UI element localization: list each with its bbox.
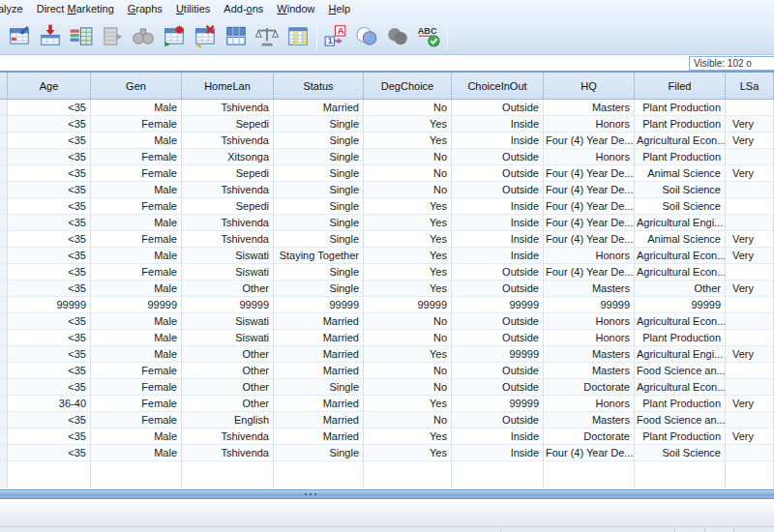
table-cell[interactable]: Female <box>91 198 182 215</box>
table-cell[interactable]: Female <box>91 363 182 379</box>
table-cell[interactable]: Other <box>182 281 274 297</box>
table-cell[interactable]: Male <box>91 330 182 346</box>
table-cell[interactable]: <35 <box>8 379 91 396</box>
table-cell[interactable]: Outside <box>452 100 544 116</box>
table-cell[interactable]: Siswati <box>182 330 274 346</box>
table-cell[interactable]: Very <box>726 116 774 133</box>
table-cell[interactable]: Other <box>182 379 274 396</box>
table-cell[interactable]: Married <box>274 346 364 363</box>
table-cell[interactable] <box>726 100 774 116</box>
table-cell[interactable] <box>726 363 774 379</box>
table-cell[interactable] <box>726 297 774 313</box>
table-cell[interactable]: Female <box>91 149 182 165</box>
table-cell[interactable]: Single <box>274 149 364 165</box>
table-cell[interactable]: Inside <box>452 133 544 149</box>
table-cell[interactable]: Sepedi <box>182 165 274 182</box>
table-cell[interactable] <box>726 182 774 198</box>
table-cell[interactable]: <35 <box>8 182 91 198</box>
table-cell[interactable]: Female <box>91 116 182 133</box>
table-cell[interactable]: Inside <box>452 116 544 133</box>
menu-item-graphs[interactable]: Graphs <box>121 2 169 15</box>
table-cell[interactable]: Tshivenda <box>182 133 274 149</box>
column-header-hq[interactable]: HQ <box>544 73 635 99</box>
table-cell[interactable]: Food Science an... <box>635 412 726 429</box>
variables-icon[interactable] <box>66 20 97 51</box>
table-cell[interactable]: 99999 <box>91 297 182 313</box>
table-cell[interactable]: <35 <box>8 363 91 379</box>
table-cell[interactable]: Soil Science <box>635 198 726 215</box>
table-cell[interactable]: Male <box>91 445 182 461</box>
table-cell[interactable]: Tshivenda <box>182 182 274 198</box>
table-cell[interactable]: <35 <box>8 165 91 182</box>
table-cell[interactable]: Male <box>91 248 182 264</box>
table-cell[interactable] <box>726 313 774 330</box>
table-cell[interactable]: Yes <box>364 396 452 412</box>
table-cell[interactable]: Inside <box>452 198 544 215</box>
table-cell[interactable]: Honors <box>544 396 635 412</box>
table-cell[interactable]: Very <box>726 396 774 412</box>
insert-cases-icon[interactable] <box>159 20 190 51</box>
table-cell[interactable]: <35 <box>8 133 91 149</box>
table-cell[interactable]: 99999 <box>452 396 544 412</box>
table-cell[interactable]: Yes <box>364 116 452 133</box>
table-cell[interactable]: Female <box>91 165 182 182</box>
table-cell[interactable]: 99999 <box>452 346 544 363</box>
weight-cases-icon[interactable] <box>252 20 283 51</box>
table-cell[interactable]: Tshivenda <box>182 215 274 231</box>
table-cell[interactable]: Female <box>91 231 182 248</box>
spell-check-icon[interactable]: ABC <box>413 20 444 51</box>
table-cell[interactable]: <35 <box>8 100 91 116</box>
menu-item-utilities[interactable]: Utilities <box>169 2 217 15</box>
table-cell[interactable]: Inside <box>452 231 544 248</box>
table-cell[interactable]: Agricultural Econ... <box>635 313 726 330</box>
table-cell[interactable]: Agricultural Econ... <box>635 264 726 281</box>
column-header-gen[interactable]: Gen <box>91 73 182 99</box>
table-cell[interactable]: Very <box>726 231 774 248</box>
table-cell[interactable]: Plant Production <box>635 100 726 116</box>
table-cell[interactable]: Single <box>274 281 364 297</box>
table-cell[interactable]: Single <box>274 445 364 461</box>
horizontal-scrollbar[interactable] <box>0 489 774 499</box>
table-cell[interactable]: 99999 <box>182 297 274 313</box>
table-cell[interactable]: <35 <box>8 281 91 297</box>
table-cell[interactable]: 99999 <box>364 297 452 313</box>
table-cell[interactable]: Outside <box>452 363 544 379</box>
table-cell[interactable]: Other <box>182 363 274 379</box>
table-cell[interactable]: Honors <box>544 313 635 330</box>
table-cell[interactable]: Doctorate <box>544 429 635 445</box>
table-cell[interactable] <box>726 445 774 461</box>
table-cell[interactable]: <35 <box>8 264 91 281</box>
table-cell[interactable]: Married <box>274 363 364 379</box>
table-cell[interactable]: Yes <box>364 445 452 461</box>
table-cell[interactable]: Inside <box>452 429 544 445</box>
table-cell[interactable]: Very <box>726 165 774 182</box>
table-cell[interactable]: Tshivenda <box>182 429 274 445</box>
table-cell[interactable]: No <box>364 313 452 330</box>
table-cell[interactable]: Outside <box>452 313 544 330</box>
table-cell[interactable]: Female <box>91 379 182 396</box>
table-cell[interactable]: Single <box>274 116 364 133</box>
table-cell[interactable]: Plant Production <box>635 429 726 445</box>
table-cell[interactable]: Male <box>91 281 182 297</box>
table-cell[interactable]: Very <box>726 281 774 297</box>
table-cell[interactable]: Yes <box>364 429 452 445</box>
scrollbar-grip-icon[interactable] <box>305 493 318 496</box>
table-cell[interactable]: 99999 <box>8 297 91 313</box>
table-cell[interactable]: Plant Production <box>635 149 726 165</box>
table-cell[interactable]: Plant Production <box>635 116 726 133</box>
table-cell[interactable]: <35 <box>8 429 91 445</box>
menu-item-add-ons[interactable]: Add-ons <box>217 2 270 15</box>
table-cell[interactable]: Outside <box>452 412 544 429</box>
column-header-degchoice[interactable]: DegChoice <box>364 73 452 99</box>
table-cell[interactable]: Four (4) Year De... <box>544 165 635 182</box>
table-cell[interactable]: Yes <box>364 264 452 281</box>
table-cell[interactable]: No <box>364 412 452 429</box>
table-cell[interactable]: English <box>182 412 274 429</box>
table-cell[interactable]: Animal Science <box>635 165 726 182</box>
table-cell[interactable]: Male <box>91 215 182 231</box>
table-cell[interactable]: Inside <box>452 215 544 231</box>
table-cell[interactable]: Honors <box>544 116 635 133</box>
table-cell[interactable]: Agricultural Engi... <box>635 346 726 363</box>
table-cell[interactable]: Siswati <box>182 313 274 330</box>
table-cell[interactable]: Single <box>274 215 364 231</box>
